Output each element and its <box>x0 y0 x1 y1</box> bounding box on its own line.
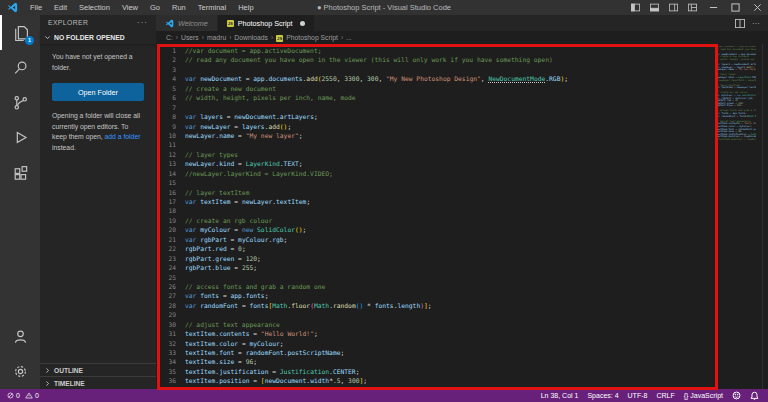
status-encoding[interactable]: UTF-8 <box>628 392 648 399</box>
line-number[interactable]: 22 <box>156 244 176 253</box>
status-language-mode[interactable]: {} JavaScript <box>684 392 723 399</box>
code-line[interactable]: 2// read any document you have open in t… <box>156 55 768 64</box>
toggle-secondary-sidebar-icon[interactable] <box>664 0 683 15</box>
menu-file[interactable]: File <box>24 0 48 15</box>
line-number[interactable]: 6 <box>156 93 176 102</box>
activitybar-search[interactable] <box>0 50 40 85</box>
code-line[interactable]: 20var myColour = new SolidColor(); <box>156 225 768 234</box>
code-line[interactable]: 32textItem.color = myColour; <box>156 339 768 348</box>
code-line[interactable]: 7 <box>156 103 768 112</box>
line-number[interactable]: 15 <box>156 178 176 187</box>
line-number[interactable]: 11 <box>156 140 176 149</box>
code-line[interactable]: 6// width, height, pixels per inch, name… <box>156 93 768 102</box>
code-line[interactable]: 14//newLayer.layerKind = LayerKind.VIDEO… <box>156 169 768 178</box>
breadcrumb-item[interactable]: C: <box>166 34 173 41</box>
code-line[interactable]: 26// access fonts and grab a random one <box>156 282 768 291</box>
section-no-folder-opened[interactable]: NO FOLDER OPENED <box>40 30 156 44</box>
code-line[interactable]: 35textItem.justification = Justification… <box>156 367 768 376</box>
code-line[interactable]: 16// layer textItem <box>156 188 768 197</box>
code-line[interactable]: 23rgbPart.green = 120; <box>156 254 768 263</box>
code-line[interactable]: 21var rgbPart = myColour.rgb; <box>156 235 768 244</box>
code-line[interactable]: 28var randomFont = fonts[Math.floor(Math… <box>156 301 768 310</box>
status-feedback[interactable] <box>732 391 741 400</box>
code-line[interactable]: 10newLayer.name = "My new layer"; <box>156 131 768 140</box>
code-line[interactable]: 15 <box>156 178 768 187</box>
tab-welcome[interactable]: Welcome <box>156 15 218 31</box>
breadcrumb-item[interactable]: ... <box>346 34 352 41</box>
code-line[interactable]: 13newLayer.kind = LayerKind.TEXT; <box>156 159 768 168</box>
menu-view[interactable]: View <box>116 0 144 15</box>
activitybar-run-debug[interactable] <box>0 120 40 155</box>
line-number[interactable]: 28 <box>156 301 176 310</box>
code-line[interactable]: 36textItem.position = [newDocument.width… <box>156 376 768 385</box>
line-number[interactable]: 30 <box>156 320 176 329</box>
add-folder-link[interactable]: add a folder <box>105 133 141 140</box>
line-number[interactable]: 7 <box>156 103 176 112</box>
code-line[interactable]: 31textItem.contents = "Hello World!"; <box>156 329 768 338</box>
toggle-primary-sidebar-icon[interactable] <box>626 0 645 15</box>
code-line[interactable]: 12// layer types <box>156 150 768 159</box>
line-number[interactable]: 16 <box>156 188 176 197</box>
tab-photoshop-script[interactable]: JSPhotoshop Script <box>218 15 315 31</box>
line-number[interactable]: 33 <box>156 348 176 357</box>
line-number[interactable]: 3 <box>156 65 176 74</box>
code-line[interactable]: 3 <box>156 65 768 74</box>
code-line[interactable]: 33textItem.font = randomFont.postScriptN… <box>156 348 768 357</box>
code-line[interactable]: 8var layers = newDocument.artLayers; <box>156 112 768 121</box>
customize-layout-icon[interactable] <box>683 0 702 15</box>
line-number[interactable]: 14 <box>156 169 176 178</box>
code-line[interactable]: 22rgbPart.red = 0; <box>156 244 768 253</box>
line-number[interactable]: 12 <box>156 150 176 159</box>
line-number[interactable]: 2 <box>156 55 176 64</box>
line-number[interactable]: 20 <box>156 225 176 234</box>
code-line[interactable]: 1//var document = app.activeDocument; <box>156 46 768 55</box>
line-number[interactable]: 23 <box>156 254 176 263</box>
activitybar-explorer[interactable]: 1 <box>0 15 40 50</box>
line-number[interactable]: 1 <box>156 46 176 55</box>
status-eol[interactable]: CRLF <box>656 392 674 399</box>
sidebar-more-actions-icon[interactable]: ··· <box>137 18 148 27</box>
menu-edit[interactable]: Edit <box>48 0 73 15</box>
line-number[interactable]: 21 <box>156 235 176 244</box>
open-folder-button[interactable]: Open Folder <box>52 83 144 101</box>
menu-selection[interactable]: Selection <box>73 0 116 15</box>
code-line[interactable]: 18 <box>156 206 768 215</box>
line-number[interactable]: 4 <box>156 74 176 83</box>
breadcrumb-item[interactable]: Users <box>181 34 199 41</box>
code-line[interactable]: 5// create a new document <box>156 84 768 93</box>
line-number[interactable]: 24 <box>156 263 176 272</box>
code-line[interactable]: 9var newLayer = layers.add(); <box>156 122 768 131</box>
code-line[interactable]: 19// create an rgb colour <box>156 216 768 225</box>
menu-terminal[interactable]: Terminal <box>192 0 232 15</box>
breadcrumb-item[interactable]: JSPhotoshop Script <box>276 34 338 42</box>
code-line[interactable]: 11 <box>156 140 768 149</box>
activitybar-accounts[interactable] <box>0 319 40 354</box>
line-number[interactable]: 34 <box>156 357 176 366</box>
line-number[interactable]: 31 <box>156 329 176 338</box>
line-number[interactable]: 5 <box>156 84 176 93</box>
line-number[interactable]: 19 <box>156 216 176 225</box>
line-number[interactable]: 9 <box>156 122 176 131</box>
code-line[interactable]: 34textItem.size = 96; <box>156 357 768 366</box>
section-timeline[interactable]: TIMELINE <box>40 376 156 389</box>
breadcrumb-item[interactable]: Downloads <box>234 34 268 41</box>
modified-indicator-icon[interactable] <box>300 21 305 26</box>
line-number[interactable]: 26 <box>156 282 176 291</box>
line-number[interactable]: 18 <box>156 206 176 215</box>
maximize-icon[interactable] <box>724 0 746 15</box>
code-line[interactable]: 25 <box>156 273 768 282</box>
line-number[interactable]: 29 <box>156 310 176 319</box>
code-line[interactable]: 27var fonts = app.fonts; <box>156 291 768 300</box>
more-actions-icon[interactable]: ··· <box>752 19 760 28</box>
code-line[interactable]: 30// adjust text appearance <box>156 320 768 329</box>
problems-indicator[interactable]: 0 0 <box>7 392 39 399</box>
activitybar-settings[interactable] <box>0 354 40 389</box>
menu-run[interactable]: Run <box>166 0 192 15</box>
menu-help[interactable]: Help <box>232 0 259 15</box>
status-indentation[interactable]: Spaces: 4 <box>587 392 618 399</box>
line-number[interactable]: 13 <box>156 159 176 168</box>
minimize-icon[interactable] <box>702 0 724 15</box>
code-line[interactable]: 29 <box>156 310 768 319</box>
line-number[interactable]: 36 <box>156 376 176 385</box>
code-line[interactable]: 24rgbPart.blue = 255; <box>156 263 768 272</box>
